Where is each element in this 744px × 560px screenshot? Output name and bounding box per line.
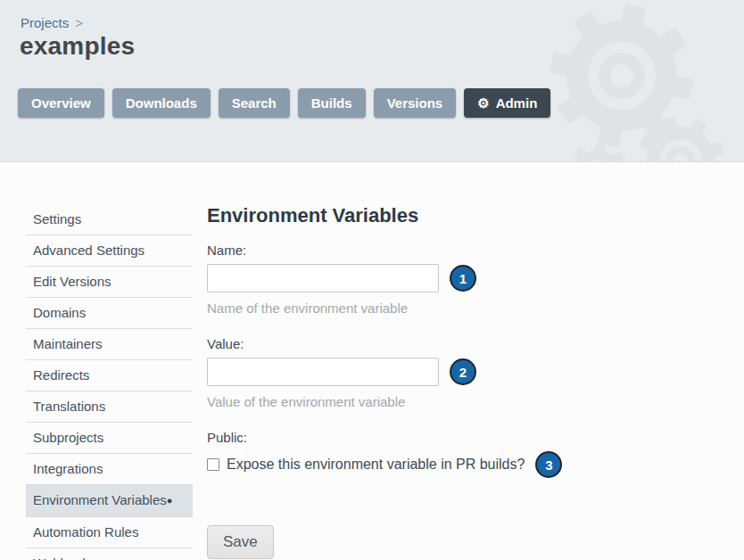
active-item-bullet-icon: ● bbox=[167, 495, 173, 506]
sidebar-item-label: Environment Variables bbox=[33, 492, 167, 507]
sidebar-item-domains[interactable]: Domains bbox=[26, 298, 193, 329]
name-input[interactable] bbox=[207, 264, 439, 292]
project-nav-tabs: Overview Downloads Search Builds Version… bbox=[18, 88, 550, 118]
gears-decoration-icon bbox=[535, 0, 744, 162]
sidebar-item-environment-variables[interactable]: Environment Variables● bbox=[26, 485, 193, 517]
breadcrumb: Projects > bbox=[21, 15, 83, 30]
breadcrumb-separator: > bbox=[75, 15, 83, 30]
save-button[interactable]: Save bbox=[207, 525, 274, 559]
tab-admin[interactable]: ⚙ Admin bbox=[464, 88, 550, 118]
value-field-group: Value: 2 Value of the environment variab… bbox=[207, 336, 582, 409]
tab-builds[interactable]: Builds bbox=[298, 88, 366, 118]
breadcrumb-projects-link[interactable]: Projects bbox=[21, 15, 69, 30]
public-field-group: Public: Expose this environment variable… bbox=[207, 430, 582, 478]
sidebar-item-automation-rules[interactable]: Automation Rules bbox=[26, 517, 193, 548]
name-help-text: Name of the environment variable bbox=[207, 301, 582, 316]
sidebar-item-redirects[interactable]: Redirects bbox=[26, 360, 193, 391]
public-checkbox[interactable] bbox=[207, 458, 219, 471]
value-input[interactable] bbox=[207, 358, 439, 386]
environment-variables-panel: Environment Variables Name: 1 Name of th… bbox=[207, 204, 582, 559]
name-field-group: Name: 1 Name of the environment variable bbox=[207, 243, 582, 316]
tab-admin-label: Admin bbox=[496, 95, 538, 111]
sidebar-item-integrations[interactable]: Integrations bbox=[26, 454, 193, 485]
admin-sidebar: Settings Advanced Settings Edit Versions… bbox=[26, 204, 193, 560]
value-field-label: Value: bbox=[207, 336, 582, 351]
sidebar-item-settings[interactable]: Settings bbox=[26, 204, 193, 235]
gear-icon: ⚙ bbox=[477, 96, 489, 110]
annotation-badge-1: 1 bbox=[450, 265, 476, 292]
sidebar-item-edit-versions[interactable]: Edit Versions bbox=[26, 267, 193, 298]
sidebar-item-webhooks[interactable]: Webhooks bbox=[26, 548, 193, 560]
page-title: examples bbox=[20, 32, 135, 61]
tab-versions[interactable]: Versions bbox=[374, 88, 457, 118]
public-checkbox-label[interactable]: Expose this environment variable in PR b… bbox=[227, 457, 525, 473]
public-field-label: Public: bbox=[207, 430, 582, 445]
tab-overview[interactable]: Overview bbox=[18, 88, 104, 118]
sidebar-item-maintainers[interactable]: Maintainers bbox=[26, 329, 193, 360]
sidebar-item-translations[interactable]: Translations bbox=[26, 391, 193, 423]
section-heading: Environment Variables bbox=[207, 204, 582, 227]
admin-content: Settings Advanced Settings Edit Versions… bbox=[0, 162, 744, 560]
annotation-badge-2: 2 bbox=[450, 358, 476, 385]
tab-search[interactable]: Search bbox=[219, 88, 290, 118]
name-field-label: Name: bbox=[207, 243, 582, 258]
sidebar-item-advanced-settings[interactable]: Advanced Settings bbox=[26, 235, 193, 267]
tab-downloads[interactable]: Downloads bbox=[112, 88, 211, 118]
value-help-text: Value of the environment variable bbox=[207, 394, 582, 409]
project-header: Projects > examples Overview Downloads S… bbox=[0, 0, 744, 162]
sidebar-item-subprojects[interactable]: Subprojects bbox=[26, 423, 193, 454]
annotation-badge-3: 3 bbox=[535, 451, 562, 478]
